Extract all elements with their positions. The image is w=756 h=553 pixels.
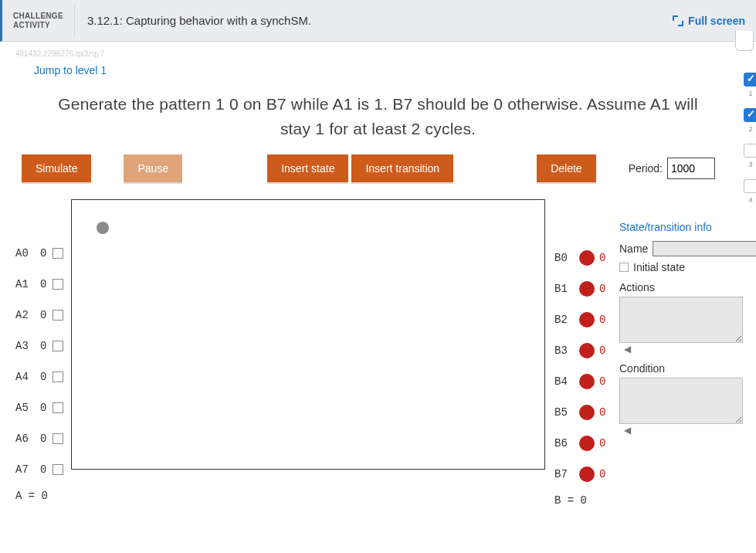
led-icon	[579, 405, 595, 420]
input-row-a7: A70	[15, 454, 63, 485]
name-input[interactable]	[653, 241, 756, 256]
output-row-b5: B50	[554, 397, 605, 428]
initial-state-dot[interactable]	[97, 222, 109, 234]
input-row-a3: A30	[15, 331, 63, 361]
input-checkbox-a2[interactable]	[53, 310, 63, 321]
fullscreen-label: Full screen	[688, 15, 745, 27]
led-icon	[579, 436, 595, 451]
led-icon	[579, 466, 595, 482]
progress-step-3[interactable]	[744, 144, 756, 158]
pause-button[interactable]: Pause	[124, 154, 182, 182]
condition-label: Condition	[619, 362, 743, 375]
input-checkbox-a6[interactable]	[53, 433, 63, 444]
side-panel: State/transition info Name Initial state…	[619, 221, 743, 436]
condition-input[interactable]	[619, 378, 743, 424]
input-row-a4: A40	[15, 361, 63, 392]
insert-state-button[interactable]: Insert state	[267, 154, 348, 182]
output-row-b3: B30	[554, 335, 605, 366]
output-row-b0: B00	[554, 243, 605, 273]
period-label: Period:	[629, 162, 663, 175]
fullscreen-button[interactable]: Full screen	[673, 15, 756, 27]
input-row-a6: A60	[15, 423, 63, 454]
actions-label: Actions	[619, 281, 743, 293]
input-row-a1: A10	[15, 269, 63, 300]
progress-step-4[interactable]	[744, 179, 756, 193]
progress-step-2[interactable]	[744, 108, 756, 122]
input-sum: A = 0	[15, 490, 63, 502]
initial-state-row: Initial state	[619, 261, 743, 273]
led-icon	[579, 281, 595, 297]
input-row-a0: A00	[15, 238, 63, 269]
activity-title: 3.12.1: Capturing behavior with a synchS…	[75, 14, 673, 27]
led-icon	[579, 312, 595, 327]
scroll-left-icon[interactable]: ◀	[619, 425, 743, 436]
input-panel: A00 A10 A20 A30 A40 A50 A60 A70 A = 0	[15, 238, 63, 502]
progress-step-1[interactable]	[744, 73, 756, 87]
note-tab	[735, 31, 756, 53]
side-title: State/transition info	[619, 221, 743, 233]
simulate-button[interactable]: Simulate	[22, 154, 91, 182]
input-checkbox-a7[interactable]	[53, 464, 63, 475]
output-sum: B = 0	[554, 494, 605, 507]
activity-header: CHALLENGE ACTIVITY 3.12.1: Capturing beh…	[0, 0, 756, 42]
input-checkbox-a1[interactable]	[53, 279, 63, 290]
instructions: Generate the pattern 1 0 on B7 while A1 …	[0, 81, 756, 151]
output-row-b2: B20	[554, 304, 605, 335]
output-row-b6: B60	[554, 428, 605, 459]
output-row-b7: B70	[554, 459, 605, 490]
fullscreen-icon	[673, 15, 683, 26]
led-icon	[579, 250, 595, 266]
jump-link[interactable]: Jump to level 1	[0, 59, 756, 81]
watermark: 481432.2298276.qx3zqy7	[0, 42, 756, 59]
scroll-left-icon[interactable]: ◀	[619, 344, 743, 355]
input-row-a2: A20	[15, 300, 63, 331]
actions-input[interactable]	[619, 297, 743, 343]
condition-section: Condition ◀	[619, 362, 743, 436]
name-label-row: Name	[619, 241, 743, 256]
output-panel: B00 B10 B20 B30 B40 B50 B60 B70 B = 0	[554, 243, 605, 507]
insert-transition-button[interactable]: Insert transition	[351, 154, 453, 182]
progress-tracker: 1 2 3 4	[744, 73, 756, 204]
initial-state-checkbox[interactable]	[619, 263, 629, 272]
toolbar: Simulate Pause Insert state Insert trans…	[0, 151, 756, 188]
input-row-a5: A50	[15, 392, 63, 423]
input-checkbox-a3[interactable]	[53, 341, 63, 351]
activity-badge: CHALLENGE ACTIVITY	[2, 4, 75, 38]
output-row-b4: B40	[554, 366, 605, 397]
input-checkbox-a0[interactable]	[53, 248, 63, 259]
actions-section: Actions ◀	[619, 281, 743, 355]
input-checkbox-a4[interactable]	[53, 371, 63, 382]
delete-button[interactable]: Delete	[537, 154, 595, 182]
input-checkbox-a5[interactable]	[53, 402, 63, 413]
badge-line2: ACTIVITY	[13, 21, 63, 30]
led-icon	[579, 374, 595, 389]
led-icon	[579, 343, 595, 358]
sm-canvas[interactable]	[71, 199, 545, 470]
output-row-b1: B10	[554, 273, 605, 304]
badge-line1: CHALLENGE	[13, 12, 63, 21]
period-input[interactable]	[667, 158, 715, 179]
